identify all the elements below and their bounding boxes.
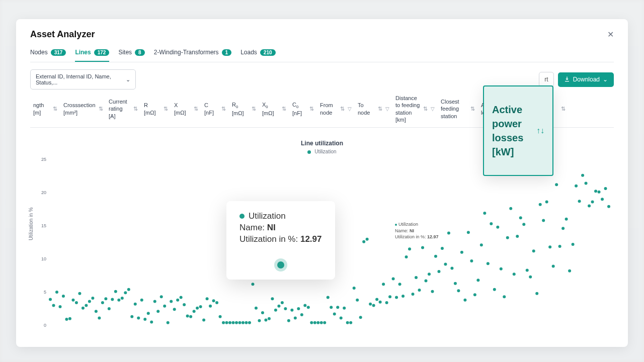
column-header[interactable]: R0 [mΩ]⇅ xyxy=(229,95,259,123)
data-point[interactable] xyxy=(68,317,71,320)
data-point[interactable] xyxy=(545,201,548,204)
data-point[interactable] xyxy=(287,319,290,322)
data-point[interactable] xyxy=(487,262,490,265)
data-point[interactable] xyxy=(535,292,538,295)
data-point[interactable] xyxy=(509,207,512,210)
sort-icon[interactable]: ⇅ xyxy=(423,106,428,112)
data-point[interactable] xyxy=(561,227,565,230)
data-point[interactable] xyxy=(401,295,405,298)
data-point[interactable] xyxy=(98,317,101,320)
data-point[interactable] xyxy=(572,243,575,246)
data-point[interactable] xyxy=(441,247,444,250)
tab-lines[interactable]: Lines 172 xyxy=(75,46,109,62)
column-header[interactable]: Current rating [A]⇅ xyxy=(106,95,141,123)
sort-icon[interactable]: ↑↓ xyxy=(536,126,544,135)
data-point[interactable] xyxy=(251,283,254,286)
data-point[interactable] xyxy=(156,310,159,313)
data-point[interactable] xyxy=(588,205,591,208)
data-point[interactable] xyxy=(274,309,277,312)
data-point[interactable] xyxy=(526,269,529,272)
data-point[interactable] xyxy=(408,247,411,250)
data-point[interactable] xyxy=(88,300,91,303)
column-header[interactable]: X0 [mΩ]⇅ xyxy=(259,95,289,123)
data-point[interactable] xyxy=(431,290,434,293)
data-point[interactable] xyxy=(327,296,330,299)
data-point[interactable] xyxy=(450,267,453,270)
data-point[interactable] xyxy=(598,191,601,194)
data-point[interactable] xyxy=(395,296,398,299)
data-point[interactable] xyxy=(82,307,85,310)
data-point[interactable] xyxy=(581,174,584,177)
tab-nodes[interactable]: Nodes 317 xyxy=(30,46,66,62)
data-point[interactable] xyxy=(104,297,107,300)
data-point[interactable] xyxy=(58,305,61,308)
sort-icon[interactable]: ⇅ xyxy=(221,106,226,112)
data-point[interactable] xyxy=(65,318,68,321)
data-point[interactable] xyxy=(52,304,55,307)
tab-sites[interactable]: Sites 8 xyxy=(118,46,144,62)
sort-icon[interactable]: ⇅ xyxy=(194,106,198,112)
data-point[interactable] xyxy=(437,270,440,273)
column-header[interactable]: Closest feeding station⇅ xyxy=(438,95,478,123)
data-point[interactable] xyxy=(496,226,499,229)
data-point[interactable] xyxy=(71,299,74,302)
data-point[interactable] xyxy=(412,293,415,296)
data-point[interactable] xyxy=(320,321,323,324)
data-point[interactable] xyxy=(428,273,431,276)
data-point[interactable] xyxy=(388,295,391,298)
data-point[interactable] xyxy=(95,310,98,313)
data-point[interactable] xyxy=(336,306,339,309)
data-point[interactable] xyxy=(117,299,120,302)
data-point[interactable] xyxy=(421,246,424,249)
data-point[interactable] xyxy=(277,305,280,308)
data-point[interactable] xyxy=(568,269,571,273)
data-point[interactable] xyxy=(444,263,447,266)
data-point[interactable] xyxy=(114,290,117,293)
data-point[interactable] xyxy=(434,255,437,258)
data-point[interactable] xyxy=(222,321,225,324)
data-point[interactable] xyxy=(476,279,479,282)
data-point[interactable] xyxy=(196,307,199,310)
data-point[interactable] xyxy=(183,303,186,306)
data-point[interactable] xyxy=(300,313,303,316)
data-point[interactable] xyxy=(85,304,88,307)
data-point[interactable] xyxy=(255,307,258,310)
data-point[interactable] xyxy=(212,299,215,302)
sort-icon[interactable]: ⇅ xyxy=(378,106,382,112)
column-header[interactable]: C [nF]⇅ xyxy=(201,95,229,123)
data-point[interactable] xyxy=(127,288,130,291)
data-point[interactable] xyxy=(235,321,238,324)
data-point[interactable] xyxy=(591,201,594,204)
data-point[interactable] xyxy=(180,296,183,299)
close-icon[interactable]: ✕ xyxy=(607,30,614,39)
data-point[interactable] xyxy=(500,267,503,270)
data-point[interactable] xyxy=(202,319,205,322)
sort-icon[interactable]: ⇅ xyxy=(53,106,57,112)
filter-icon[interactable]: ▽ xyxy=(348,106,352,112)
data-point[interactable] xyxy=(143,318,146,321)
data-point[interactable] xyxy=(532,249,535,252)
data-point[interactable] xyxy=(167,321,170,324)
data-point[interactable] xyxy=(522,223,525,226)
data-point[interactable] xyxy=(163,305,166,308)
data-point[interactable] xyxy=(238,321,241,324)
data-point[interactable] xyxy=(483,212,486,215)
data-point[interactable] xyxy=(245,321,248,324)
secondary-button[interactable]: rt xyxy=(539,72,553,87)
data-point[interactable] xyxy=(248,321,251,324)
data-point[interactable] xyxy=(349,321,352,324)
data-point[interactable] xyxy=(372,304,375,307)
data-point[interactable] xyxy=(199,305,202,308)
data-point[interactable] xyxy=(558,245,561,248)
sort-icon[interactable]: ⇅ xyxy=(252,106,256,112)
data-point[interactable] xyxy=(228,321,231,324)
data-point[interactable] xyxy=(170,300,173,303)
data-point[interactable] xyxy=(297,307,300,310)
data-point[interactable] xyxy=(303,304,306,307)
data-point[interactable] xyxy=(457,290,460,293)
data-point[interactable] xyxy=(225,321,228,324)
data-point[interactable] xyxy=(585,182,588,185)
column-header[interactable]: Distance to feeding station [km]⇅▽ xyxy=(392,95,438,123)
data-point[interactable] xyxy=(467,231,470,234)
column-header[interactable]: To node⇅▽ xyxy=(355,95,392,123)
